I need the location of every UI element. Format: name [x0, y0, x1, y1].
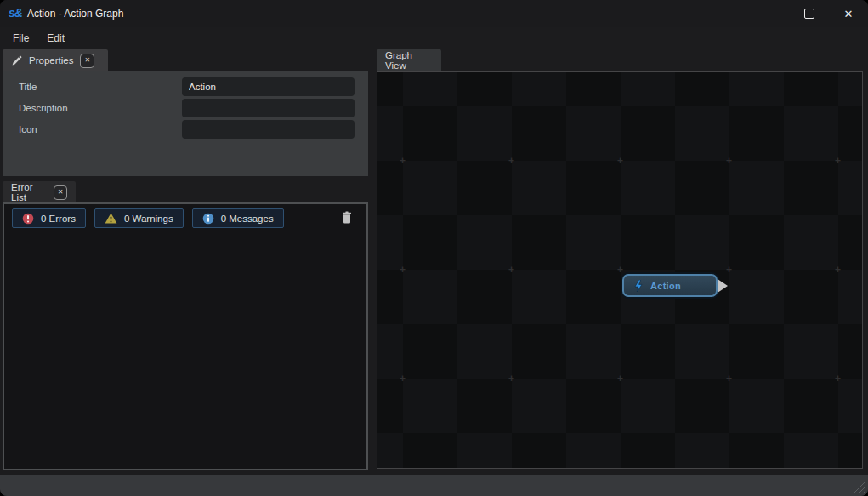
action-node-label: Action	[650, 281, 681, 291]
tab-properties-label: Properties	[29, 55, 73, 66]
tab-error-list-close-icon[interactable]: ✕	[54, 185, 67, 200]
app-logo-icon: s&	[9, 6, 22, 20]
property-row-description: Description	[3, 99, 368, 117]
error-list-toolbar: 0 Errors 0 Warnings 0 Messages	[12, 208, 284, 228]
description-field[interactable]	[182, 99, 355, 117]
title-bar: s& Action - Action Graph ✕	[0, 0, 868, 27]
close-button[interactable]: ✕	[829, 0, 868, 27]
tab-properties[interactable]: Properties ✕	[3, 49, 108, 71]
property-row-title: Title	[3, 77, 368, 96]
lightning-bolt-icon	[634, 280, 643, 292]
errors-filter-button[interactable]: 0 Errors	[12, 208, 86, 228]
title-field[interactable]	[182, 77, 355, 96]
tab-error-list[interactable]: Error List ✕	[3, 181, 76, 203]
info-icon	[202, 213, 214, 225]
messages-filter-label: 0 Messages	[221, 214, 274, 224]
grid-cross-icon: +	[399, 375, 406, 383]
graph-canvas[interactable]: Action +++++++++++++++	[377, 71, 863, 469]
warnings-filter-button[interactable]: 0 Warnings	[94, 208, 184, 228]
icon-field[interactable]	[182, 120, 355, 139]
clear-errors-button[interactable]	[341, 210, 353, 224]
resize-grip[interactable]	[853, 481, 865, 493]
maximize-button[interactable]	[790, 0, 829, 27]
maximize-icon	[804, 9, 814, 19]
close-icon: ✕	[844, 8, 854, 20]
messages-filter-button[interactable]: 0 Messages	[192, 208, 284, 228]
warnings-filter-label: 0 Warnings	[124, 214, 173, 224]
menu-bar: File Edit	[0, 27, 868, 49]
errors-filter-label: 0 Errors	[41, 214, 76, 224]
app-window: s& Action - Action Graph ✕ File Edit Pro…	[0, 0, 868, 496]
grid-cross-icon: +	[725, 266, 733, 274]
status-bar	[0, 475, 868, 496]
icon-field-label: Icon	[19, 120, 37, 139]
warning-icon	[105, 213, 117, 224]
tab-error-list-label: Error List	[11, 182, 47, 202]
minimize-icon	[766, 14, 775, 14]
property-row-icon: Icon	[3, 120, 368, 139]
grid-cross-icon: +	[616, 375, 624, 383]
grid-cross-icon: +	[399, 157, 406, 165]
title-field-label: Title	[19, 77, 37, 96]
grid-cross-icon: +	[508, 266, 515, 274]
properties-panel: Title Description Icon	[3, 71, 368, 176]
tab-graph-view-label: Graph View	[385, 50, 433, 71]
grid-cross-icon: +	[834, 266, 842, 274]
tab-properties-close-icon[interactable]: ✕	[80, 54, 94, 68]
grid-cross-icon: +	[725, 375, 733, 383]
error-list-panel: 0 Errors 0 Warnings 0 Messages	[3, 202, 368, 470]
error-list-empty-area	[4, 235, 366, 469]
menu-edit[interactable]: Edit	[47, 32, 65, 44]
grid-cross-icon: +	[834, 375, 842, 383]
grid-cross-icon: +	[616, 266, 624, 274]
grid-cross-icon: +	[508, 375, 515, 383]
grid-cross-icon: +	[725, 157, 733, 165]
grid-cross-icon: +	[616, 157, 624, 165]
error-icon	[22, 213, 34, 225]
menu-file[interactable]: File	[13, 32, 29, 44]
action-node[interactable]: Action	[622, 274, 718, 297]
trash-icon	[342, 211, 352, 224]
pencil-icon	[11, 55, 22, 66]
description-field-label: Description	[19, 99, 68, 117]
node-output-pin[interactable]	[718, 279, 728, 293]
window-title: Action - Action Graph	[27, 8, 123, 20]
tab-graph-view[interactable]: Graph View	[377, 49, 441, 71]
grid-cross-icon: +	[399, 266, 406, 274]
grid-cross-icon: +	[508, 157, 515, 165]
grid-cross-icon: +	[834, 157, 842, 165]
minimize-button[interactable]	[751, 0, 790, 27]
